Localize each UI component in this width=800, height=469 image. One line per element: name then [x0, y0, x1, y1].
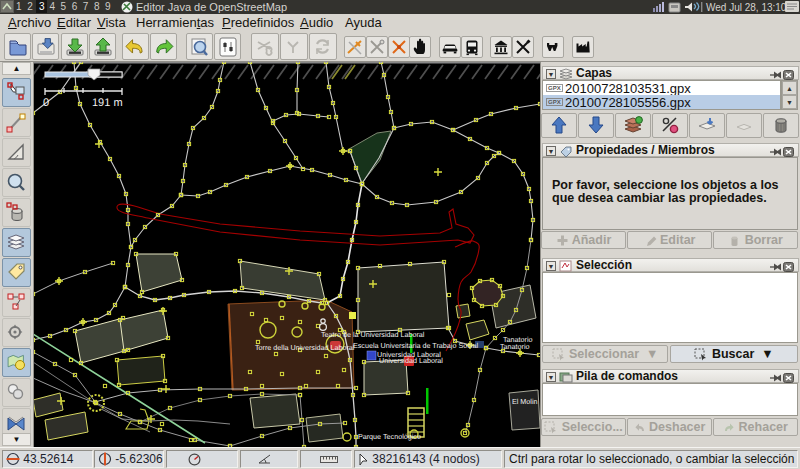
svg-text:Universidad Laboral: Universidad Laboral: [379, 356, 443, 365]
svg-text:Torre della Universidad Labora: Torre della Universidad Laboral: [255, 343, 355, 352]
svg-text:Parque Tecnológico: Parque Tecnológico: [358, 432, 421, 441]
svg-text:El Molin: El Molin: [512, 397, 538, 406]
svg-text:Tanatorio: Tanatorio: [500, 342, 530, 351]
svg-text:0: 0: [43, 96, 49, 108]
svg-text:Teatro de la Universidad Labor: Teatro de la Universidad Laboral: [321, 330, 425, 339]
svg-text:191 m: 191 m: [92, 96, 123, 108]
svg-text:Escuela Universitaria de Traba: Escuela Universitaria de Trabajo Social: [353, 341, 478, 350]
